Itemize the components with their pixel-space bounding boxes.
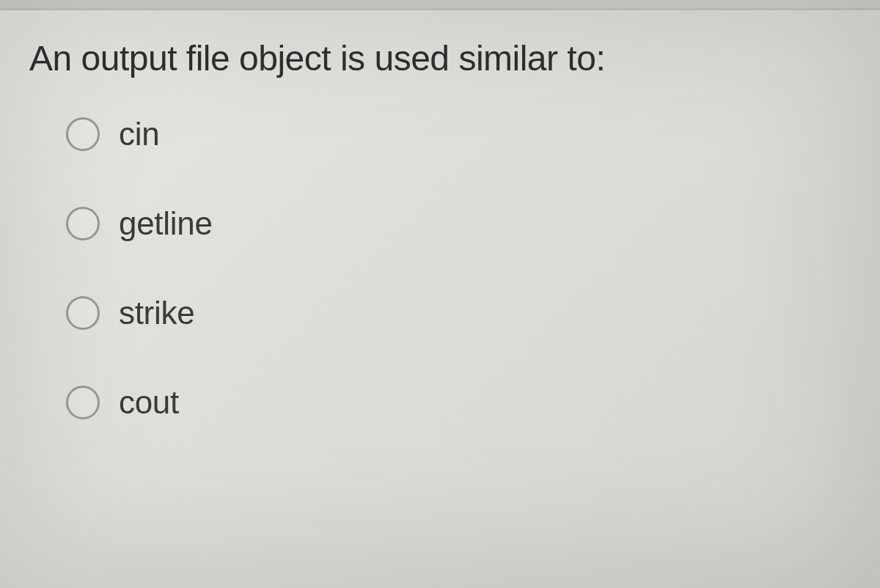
window-top-border	[0, 0, 880, 10]
radio-icon[interactable]	[66, 207, 100, 240]
option-label: strike	[119, 295, 194, 331]
option-cin[interactable]: cin	[66, 116, 851, 152]
options-list: cin getline strike cout	[29, 116, 851, 421]
option-getline[interactable]: getline	[66, 205, 851, 242]
radio-icon[interactable]	[66, 296, 100, 330]
option-label: getline	[119, 205, 213, 242]
option-label: cout	[119, 384, 179, 421]
option-label: cin	[119, 116, 159, 152]
radio-icon[interactable]	[66, 386, 100, 419]
question-prompt: An output file object is used similar to…	[29, 37, 851, 81]
option-cout[interactable]: cout	[66, 384, 851, 421]
radio-icon[interactable]	[66, 117, 100, 151]
option-strike[interactable]: strike	[66, 295, 851, 331]
